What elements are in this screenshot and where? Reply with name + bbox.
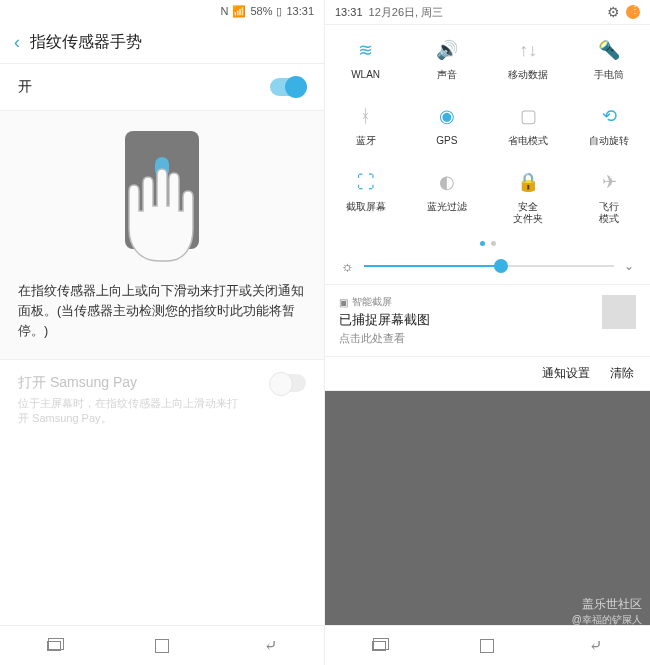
qs-label: 截取屏幕 — [346, 201, 386, 213]
plane-icon: ✈ — [598, 171, 620, 193]
nav-home-button[interactable] — [152, 636, 172, 656]
notification-card[interactable]: ▣ 智能截屏 已捕捉屏幕截图 点击此处查看 — [325, 285, 650, 357]
qs-status-bar: 13:31 12月26日, 周三 ⚙ — [325, 0, 650, 24]
master-toggle[interactable] — [270, 78, 306, 96]
qs-bt-tile[interactable]: ᚼ蓝牙 — [325, 91, 406, 157]
power-icon: ▢ — [517, 105, 539, 127]
gesture-illustration — [0, 111, 324, 269]
notification-title: 已捕捉屏幕截图 — [339, 311, 592, 329]
wifi-icon: ≋ — [355, 39, 377, 61]
qs-wifi-tile[interactable]: ≋WLAN — [325, 25, 406, 91]
qs-power-tile[interactable]: ▢省电模式 — [488, 91, 569, 157]
nav-recent-button[interactable] — [369, 636, 389, 656]
rotate-icon: ⟲ — [598, 105, 620, 127]
nfc-icon: N — [220, 5, 228, 17]
qs-label: 声音 — [437, 69, 457, 81]
nav-bar: ⤶ — [325, 625, 650, 665]
brightness-icon: ☼ — [341, 258, 354, 274]
notification-thumbnail — [602, 295, 636, 329]
qs-data-tile[interactable]: ↑↓移动数据 — [488, 25, 569, 91]
qs-label: 手电筒 — [594, 69, 624, 81]
notification-actions: 通知设置 清除 — [325, 357, 650, 391]
gps-icon: ◉ — [436, 105, 458, 127]
qs-label: WLAN — [351, 69, 380, 81]
left-phone: N 📶 58% ▯ 13:31 ‹ 指纹传感器手势 开 在指纹传感器上向上或向下… — [0, 0, 325, 665]
notification-app-label: ▣ 智能截屏 — [339, 295, 592, 309]
brightness-row: ☼ ⌄ — [325, 252, 650, 285]
qs-blue-tile[interactable]: ◐蓝光过滤 — [406, 157, 487, 235]
qs-capture-tile[interactable]: ⛶截取屏幕 — [325, 157, 406, 235]
qs-label: GPS — [436, 135, 457, 147]
master-toggle-row[interactable]: 开 — [0, 64, 324, 111]
status-bar: N 📶 58% ▯ 13:31 — [0, 0, 324, 22]
settings-gear-icon[interactable]: ⚙ — [607, 4, 620, 20]
qs-label: 安全 文件夹 — [513, 201, 543, 225]
bt-icon: ᚼ — [355, 105, 377, 127]
battery-icon: ▯ — [276, 5, 282, 18]
collapsed-area — [325, 391, 650, 625]
nav-home-button[interactable] — [477, 636, 497, 656]
samsung-pay-sub: 位于主屏幕时，在指纹传感器上向上滑动来打开 Samsung Pay。 — [18, 396, 238, 427]
notif-clear-button[interactable]: 清除 — [610, 365, 634, 382]
dot-icon — [491, 241, 496, 246]
secure-icon: 🔒 — [517, 171, 539, 193]
flash-icon: 🔦 — [598, 39, 620, 61]
qs-plane-tile[interactable]: ✈飞行 模式 — [569, 157, 650, 235]
toggle-label: 开 — [18, 78, 32, 96]
hand-icon — [117, 161, 207, 271]
qs-flash-tile[interactable]: 🔦手电筒 — [569, 25, 650, 91]
more-menu-icon[interactable] — [626, 5, 640, 19]
back-arrow-icon[interactable]: ‹ — [14, 32, 20, 53]
blue-icon: ◐ — [436, 171, 458, 193]
phone-graphic-icon — [125, 131, 199, 249]
brightness-slider[interactable] — [364, 265, 614, 267]
qs-label: 移动数据 — [508, 69, 548, 81]
signal-icon: 📶 — [232, 5, 246, 18]
qs-gps-tile[interactable]: ◉GPS — [406, 91, 487, 157]
qs-time: 13:31 — [335, 6, 363, 18]
page-header: ‹ 指纹传感器手势 — [0, 22, 324, 64]
status-time: 13:31 — [286, 5, 314, 17]
qs-label: 省电模式 — [508, 135, 548, 147]
nav-bar: ⤶ — [0, 625, 324, 665]
sound-icon: 🔊 — [436, 39, 458, 61]
samsung-pay-title: 打开 Samsung Pay — [18, 374, 238, 392]
capture-icon: ▣ — [339, 297, 348, 308]
qs-label: 自动旋转 — [589, 135, 629, 147]
qs-date: 12月26日, 周三 — [369, 5, 444, 20]
page-title: 指纹传感器手势 — [30, 32, 142, 53]
notification-subtitle: 点击此处查看 — [339, 331, 592, 346]
notif-settings-button[interactable]: 通知设置 — [542, 365, 590, 382]
qs-sound-tile[interactable]: 🔊声音 — [406, 25, 487, 91]
qs-label: 蓝牙 — [356, 135, 376, 147]
samsung-pay-row: 打开 Samsung Pay 位于主屏幕时，在指纹传感器上向上滑动来打开 Sam… — [0, 360, 324, 441]
nav-back-button[interactable]: ⤶ — [260, 636, 280, 656]
page-indicator — [325, 235, 650, 252]
nav-recent-button[interactable] — [44, 636, 64, 656]
feature-description: 在指纹传感器上向上或向下滑动来打开或关闭通知面板。(当传感器主动检测您的指纹时此… — [0, 269, 324, 360]
qs-label: 蓝光过滤 — [427, 201, 467, 213]
samsung-pay-toggle — [270, 374, 306, 392]
nav-back-button[interactable]: ⤶ — [586, 636, 606, 656]
qs-label: 飞行 模式 — [599, 201, 619, 225]
data-icon: ↑↓ — [517, 39, 539, 61]
right-phone: 13:31 12月26日, 周三 ⚙ ≋WLAN🔊声音↑↓移动数据🔦手电筒ᚼ蓝牙… — [325, 0, 650, 665]
qs-secure-tile[interactable]: 🔒安全 文件夹 — [488, 157, 569, 235]
battery-percent: 58% — [250, 5, 272, 17]
quick-settings-grid: ≋WLAN🔊声音↑↓移动数据🔦手电筒ᚼ蓝牙◉GPS▢省电模式⟲自动旋转⛶截取屏幕… — [325, 24, 650, 235]
capture-icon: ⛶ — [355, 171, 377, 193]
expand-chevron-icon[interactable]: ⌄ — [624, 259, 634, 273]
dot-icon — [480, 241, 485, 246]
qs-rotate-tile[interactable]: ⟲自动旋转 — [569, 91, 650, 157]
